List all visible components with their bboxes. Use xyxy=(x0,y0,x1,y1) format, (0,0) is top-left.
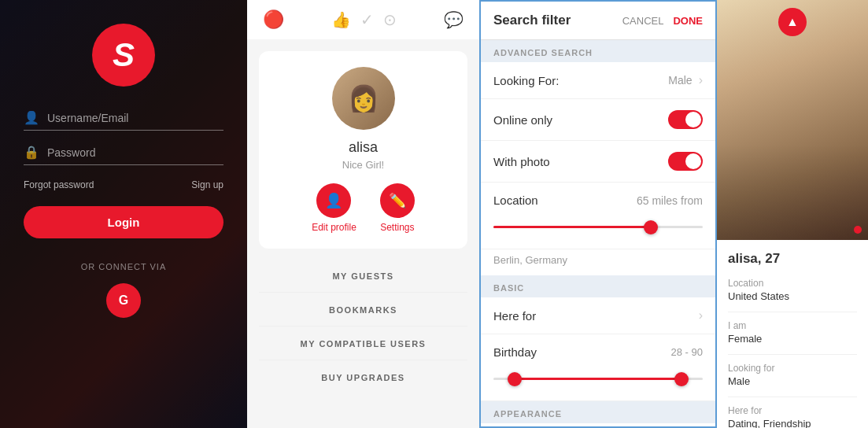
nav-icons: 👍 ✓ ⊙ xyxy=(331,10,397,29)
online-only-item[interactable]: Online only xyxy=(481,99,715,141)
here-for-item[interactable]: Here for › xyxy=(481,297,715,334)
detail-here-for-row: Here for Dating, Friendship xyxy=(728,405,857,428)
detail-i-am-value: Female xyxy=(728,333,857,345)
detail-here-for-value: Dating, Friendship xyxy=(728,418,857,428)
buy-upgrades-item[interactable]: BUY UPGRADES xyxy=(259,362,467,393)
filter-done-button[interactable]: DONE xyxy=(673,15,703,27)
looking-for-chevron-icon: › xyxy=(699,73,703,87)
chat-nav-icon[interactable]: 💬 xyxy=(444,10,464,29)
user-icon: 👤 xyxy=(24,110,39,125)
shield-nav-icon[interactable]: ✓ xyxy=(360,10,374,29)
here-for-label: Here for xyxy=(493,309,536,323)
profile-detail-panel: ▲ alisa, 27 Location United States I am … xyxy=(717,0,868,428)
edit-profile-action[interactable]: 👤 Edit profile xyxy=(312,183,356,233)
birthday-min-thumb[interactable] xyxy=(508,372,522,386)
avatar: 👩 xyxy=(332,67,395,130)
edit-profile-icon: 👤 xyxy=(316,183,351,218)
profile-detail-info: alisa, 27 Location United States I am Fe… xyxy=(717,240,868,428)
login-links: Forgot password Sign up xyxy=(24,179,223,190)
filter-cancel-button[interactable]: CANCEL xyxy=(622,15,664,27)
detail-i-am-label: I am xyxy=(728,320,857,331)
profile-avatar-nav-icon[interactable]: 🔴 xyxy=(263,9,284,30)
detail-looking-for-label: Looking for xyxy=(728,363,857,374)
profile-top-bar: 🔴 👍 ✓ ⊙ 💬 xyxy=(247,0,479,39)
advanced-search-header: ADVANCED SEARCH xyxy=(481,40,715,62)
username-group: 👤 xyxy=(24,110,223,131)
basic-section-header: BASIC xyxy=(481,275,715,297)
looking-for-right: Male › xyxy=(668,73,703,87)
detail-location-row: Location United States xyxy=(728,278,857,302)
online-only-label: Online only xyxy=(493,113,552,127)
edit-profile-label: Edit profile xyxy=(312,222,356,233)
filter-header-actions: CANCEL DONE xyxy=(622,15,703,27)
ethnicity-item[interactable]: Ethnicity › xyxy=(481,423,715,426)
lock-icon: 🔒 xyxy=(24,145,39,160)
search-filter-panel: Search filter CANCEL DONE ADVANCED SEARC… xyxy=(479,0,717,428)
detail-location-label: Location xyxy=(728,278,857,289)
birthday-slider-track[interactable] xyxy=(493,378,703,380)
login-panel: S 👤 🔒 Forgot password Sign up Login OR C… xyxy=(0,0,247,428)
birthday-max-thumb[interactable] xyxy=(674,372,689,386)
detail-i-am-row: I am Female xyxy=(728,320,857,345)
detail-divider-3 xyxy=(728,397,857,397)
avatar-image: 👩 xyxy=(348,83,379,113)
here-for-chevron-icon: › xyxy=(699,308,703,323)
birthday-range: 28 - 90 xyxy=(671,346,703,358)
location-label: Location xyxy=(493,194,538,207)
online-only-toggle[interactable] xyxy=(668,110,703,129)
like-nav-icon[interactable]: 👍 xyxy=(331,10,351,29)
appearance-section-header: APPEARANCE xyxy=(481,401,715,423)
username-input[interactable] xyxy=(47,112,223,124)
bookmarks-item[interactable]: BOOKMARKS xyxy=(259,294,467,327)
location-item: Location 65 miles from xyxy=(481,183,715,212)
with-photo-item[interactable]: With photo xyxy=(481,141,715,183)
login-button[interactable]: Login xyxy=(24,206,223,238)
location-slider-thumb[interactable] xyxy=(644,220,658,234)
profile-menu: MY GUESTS BOOKMARKS MY COMPATIBLE USERS … xyxy=(247,260,479,393)
detail-name-age: alisa, 27 xyxy=(728,251,857,267)
with-photo-label: With photo xyxy=(493,155,550,168)
more-nav-icon[interactable]: ⊙ xyxy=(383,10,397,29)
login-content: S 👤 🔒 Forgot password Sign up Login OR C… xyxy=(0,0,247,428)
my-compatible-users-item[interactable]: MY COMPATIBLE USERS xyxy=(259,328,467,360)
password-group: 🔒 xyxy=(24,145,223,165)
my-guests-item[interactable]: MY GUESTS xyxy=(259,260,467,293)
with-photo-toggle[interactable] xyxy=(668,152,703,171)
forgot-password-link[interactable]: Forgot password xyxy=(24,179,94,190)
profile-detail-image: ▲ xyxy=(717,0,868,240)
looking-for-item[interactable]: Looking For: Male › xyxy=(481,62,715,99)
looking-for-value: Male xyxy=(668,74,692,87)
birthday-item: Birthday 28 - 90 xyxy=(481,334,715,363)
location-slider-track[interactable] xyxy=(493,226,703,228)
location-slider-container xyxy=(481,212,715,249)
settings-action[interactable]: ✏️ Settings xyxy=(380,183,415,233)
location-slider-fill xyxy=(493,226,651,228)
filter-title: Search filter xyxy=(493,13,571,28)
filter-header: Search filter CANCEL DONE xyxy=(481,2,715,40)
online-indicator xyxy=(854,226,862,234)
scroll-up-button[interactable]: ▲ xyxy=(778,8,807,36)
detail-divider-1 xyxy=(728,312,857,312)
detail-divider-2 xyxy=(728,354,857,355)
detail-looking-for-value: Male xyxy=(728,375,857,387)
settings-label: Settings xyxy=(380,222,414,233)
birthday-slider-fill xyxy=(515,378,682,380)
app-logo: S xyxy=(92,24,155,87)
profile-card: 👩 alisa Nice Girl! 👤 Edit profile ✏️ Set… xyxy=(259,51,467,249)
birthday-slider-container xyxy=(481,363,715,401)
google-connect-button[interactable]: G xyxy=(106,283,141,318)
detail-location-value: United States xyxy=(728,290,857,302)
sign-up-link[interactable]: Sign up xyxy=(191,179,223,190)
profile-name: alisa xyxy=(349,139,378,156)
location-city: Berlin, Germany xyxy=(481,249,715,275)
birthday-label: Birthday xyxy=(493,345,537,359)
password-input[interactable] xyxy=(47,146,223,159)
settings-icon: ✏️ xyxy=(380,183,415,218)
logo-letter: S xyxy=(113,39,135,72)
profile-panel: 🔴 👍 ✓ ⊙ 💬 👩 alisa Nice Girl! 👤 Edit prof… xyxy=(247,0,479,428)
location-miles: 65 miles from xyxy=(637,194,703,207)
looking-for-label: Looking For: xyxy=(493,74,559,87)
detail-looking-for-row: Looking for Male xyxy=(728,363,857,387)
here-for-right: › xyxy=(699,308,703,323)
profile-actions: 👤 Edit profile ✏️ Settings xyxy=(283,183,444,233)
